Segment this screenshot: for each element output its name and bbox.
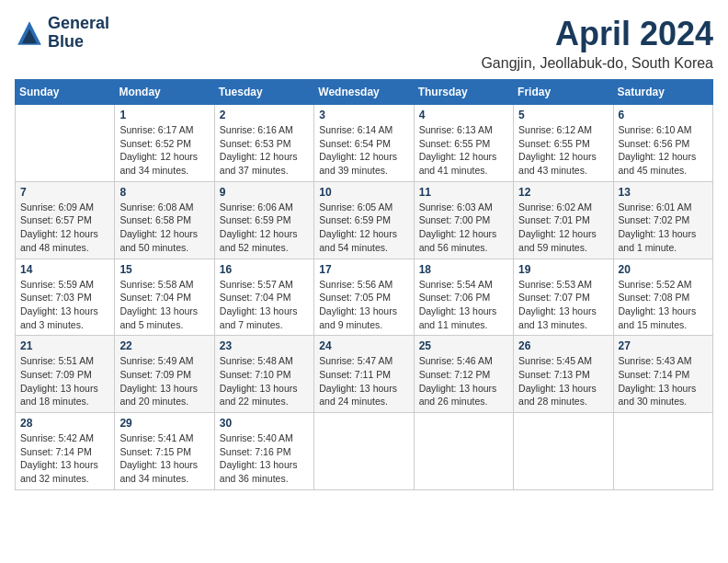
calendar-cell: 13Sunrise: 6:01 AM Sunset: 7:02 PM Dayli…	[613, 181, 712, 259]
calendar-cell: 9Sunrise: 6:06 AM Sunset: 6:59 PM Daylig…	[214, 181, 313, 259]
calendar-cell: 6Sunrise: 6:10 AM Sunset: 6:56 PM Daylig…	[613, 105, 712, 182]
calendar-cell: 8Sunrise: 6:08 AM Sunset: 6:58 PM Daylig…	[115, 181, 214, 259]
day-number: 12	[518, 186, 608, 199]
day-number: 3	[319, 109, 408, 121]
day-number: 24	[319, 339, 408, 352]
day-header-sunday: Sunday	[16, 80, 115, 105]
calendar-cell: 4Sunrise: 6:13 AM Sunset: 6:55 PM Daylig…	[414, 105, 513, 182]
day-info: Sunrise: 5:46 AM Sunset: 7:12 PM Dayligh…	[419, 354, 508, 408]
calendar-cell: 26Sunrise: 5:45 AM Sunset: 7:13 PM Dayli…	[514, 336, 613, 413]
calendar-cell: 10Sunrise: 6:05 AM Sunset: 6:59 PM Dayli…	[314, 181, 414, 259]
calendar-cell: 5Sunrise: 6:12 AM Sunset: 6:55 PM Daylig…	[514, 105, 613, 182]
day-info: Sunrise: 5:51 AM Sunset: 7:09 PM Dayligh…	[20, 354, 109, 408]
calendar-cell: 20Sunrise: 5:52 AM Sunset: 7:08 PM Dayli…	[613, 259, 712, 336]
calendar-cell: 14Sunrise: 5:59 AM Sunset: 7:03 PM Dayli…	[16, 259, 115, 336]
calendar-week-4: 21Sunrise: 5:51 AM Sunset: 7:09 PM Dayli…	[16, 336, 713, 413]
calendar-cell: 29Sunrise: 5:41 AM Sunset: 7:15 PM Dayli…	[115, 413, 214, 490]
day-header-tuesday: Tuesday	[214, 80, 313, 105]
day-info: Sunrise: 5:54 AM Sunset: 7:06 PM Dayligh…	[419, 278, 508, 332]
day-info: Sunrise: 5:40 AM Sunset: 7:16 PM Dayligh…	[220, 431, 309, 486]
day-header-saturday: Saturday	[613, 80, 712, 105]
day-number: 18	[419, 263, 508, 276]
calendar-header: SundayMondayTuesdayWednesdayThursdayFrid…	[16, 80, 713, 105]
day-number: 2	[220, 109, 309, 121]
day-info: Sunrise: 5:49 AM Sunset: 7:09 PM Dayligh…	[119, 354, 209, 408]
day-number: 27	[619, 339, 708, 352]
calendar-cell: 18Sunrise: 5:54 AM Sunset: 7:06 PM Dayli…	[414, 259, 513, 336]
day-info: Sunrise: 6:08 AM Sunset: 6:58 PM Dayligh…	[119, 201, 209, 255]
calendar-table: SundayMondayTuesdayWednesdayThursdayFrid…	[15, 79, 713, 490]
day-header-row: SundayMondayTuesdayWednesdayThursdayFrid…	[16, 80, 713, 105]
day-number: 30	[220, 417, 309, 430]
calendar-cell: 27Sunrise: 5:43 AM Sunset: 7:14 PM Dayli…	[613, 336, 712, 413]
calendar-cell: 19Sunrise: 5:53 AM Sunset: 7:07 PM Dayli…	[514, 259, 613, 336]
calendar-cell: 16Sunrise: 5:57 AM Sunset: 7:04 PM Dayli…	[214, 259, 313, 336]
day-info: Sunrise: 6:01 AM Sunset: 7:02 PM Dayligh…	[619, 201, 708, 255]
day-info: Sunrise: 5:53 AM Sunset: 7:07 PM Dayligh…	[518, 278, 608, 332]
calendar-cell: 11Sunrise: 6:03 AM Sunset: 7:00 PM Dayli…	[414, 181, 513, 259]
calendar-cell	[314, 413, 414, 490]
logo-icon	[15, 18, 44, 48]
day-info: Sunrise: 5:56 AM Sunset: 7:05 PM Dayligh…	[319, 278, 408, 332]
calendar-cell: 25Sunrise: 5:46 AM Sunset: 7:12 PM Dayli…	[414, 336, 513, 413]
day-info: Sunrise: 5:41 AM Sunset: 7:15 PM Dayligh…	[119, 431, 209, 486]
logo-text: General Blue	[48, 15, 109, 52]
day-info: Sunrise: 6:14 AM Sunset: 6:54 PM Dayligh…	[319, 123, 408, 178]
page-header: General Blue April 2024 Gangjin, Jeollab…	[15, 15, 713, 72]
day-info: Sunrise: 5:48 AM Sunset: 7:10 PM Dayligh…	[220, 354, 309, 408]
day-info: Sunrise: 5:45 AM Sunset: 7:13 PM Dayligh…	[518, 354, 608, 408]
calendar-cell	[514, 413, 613, 490]
day-info: Sunrise: 5:59 AM Sunset: 7:03 PM Dayligh…	[20, 278, 109, 332]
calendar-cell: 21Sunrise: 5:51 AM Sunset: 7:09 PM Dayli…	[16, 336, 115, 413]
calendar-cell: 17Sunrise: 5:56 AM Sunset: 7:05 PM Dayli…	[314, 259, 414, 336]
day-number: 4	[419, 109, 508, 121]
calendar-cell: 12Sunrise: 6:02 AM Sunset: 7:01 PM Dayli…	[514, 181, 613, 259]
title-block: April 2024 Gangjin, Jeollabuk-do, South …	[481, 15, 713, 72]
calendar-cell: 22Sunrise: 5:49 AM Sunset: 7:09 PM Dayli…	[115, 336, 214, 413]
calendar-week-1: 1Sunrise: 6:17 AM Sunset: 6:52 PM Daylig…	[16, 105, 713, 182]
day-number: 8	[119, 186, 209, 199]
day-header-monday: Monday	[115, 80, 214, 105]
calendar-cell: 2Sunrise: 6:16 AM Sunset: 6:53 PM Daylig…	[214, 105, 313, 182]
day-info: Sunrise: 6:13 AM Sunset: 6:55 PM Dayligh…	[419, 123, 508, 178]
day-info: Sunrise: 5:58 AM Sunset: 7:04 PM Dayligh…	[119, 278, 209, 332]
day-number: 5	[518, 109, 608, 121]
day-header-friday: Friday	[514, 80, 613, 105]
day-number: 15	[119, 263, 209, 276]
calendar-cell: 15Sunrise: 5:58 AM Sunset: 7:04 PM Dayli…	[115, 259, 214, 336]
logo: General Blue	[15, 15, 109, 52]
calendar-cell	[16, 105, 115, 182]
day-info: Sunrise: 6:05 AM Sunset: 6:59 PM Dayligh…	[319, 201, 408, 255]
day-number: 29	[119, 417, 209, 430]
day-number: 1	[119, 109, 209, 121]
day-info: Sunrise: 5:52 AM Sunset: 7:08 PM Dayligh…	[619, 278, 708, 332]
day-info: Sunrise: 6:06 AM Sunset: 6:59 PM Dayligh…	[220, 201, 309, 255]
day-info: Sunrise: 5:47 AM Sunset: 7:11 PM Dayligh…	[319, 354, 408, 408]
day-number: 17	[319, 263, 408, 276]
day-number: 11	[419, 186, 508, 199]
day-info: Sunrise: 6:17 AM Sunset: 6:52 PM Dayligh…	[119, 123, 209, 178]
day-number: 28	[20, 417, 109, 430]
day-info: Sunrise: 6:02 AM Sunset: 7:01 PM Dayligh…	[518, 201, 608, 255]
day-info: Sunrise: 6:12 AM Sunset: 6:55 PM Dayligh…	[518, 123, 608, 178]
calendar-week-2: 7Sunrise: 6:09 AM Sunset: 6:57 PM Daylig…	[16, 181, 713, 259]
day-number: 21	[20, 339, 109, 352]
day-number: 19	[518, 263, 608, 276]
calendar-week-3: 14Sunrise: 5:59 AM Sunset: 7:03 PM Dayli…	[16, 259, 713, 336]
day-number: 26	[518, 339, 608, 352]
day-number: 6	[619, 109, 708, 121]
day-info: Sunrise: 5:42 AM Sunset: 7:14 PM Dayligh…	[20, 431, 109, 486]
location: Gangjin, Jeollabuk-do, South Korea	[481, 55, 713, 72]
calendar-week-5: 28Sunrise: 5:42 AM Sunset: 7:14 PM Dayli…	[16, 413, 713, 490]
day-info: Sunrise: 5:57 AM Sunset: 7:04 PM Dayligh…	[220, 278, 309, 332]
calendar-cell: 7Sunrise: 6:09 AM Sunset: 6:57 PM Daylig…	[16, 181, 115, 259]
day-number: 23	[220, 339, 309, 352]
calendar-cell: 28Sunrise: 5:42 AM Sunset: 7:14 PM Dayli…	[16, 413, 115, 490]
day-number: 14	[20, 263, 109, 276]
day-header-wednesday: Wednesday	[314, 80, 414, 105]
calendar-cell: 1Sunrise: 6:17 AM Sunset: 6:52 PM Daylig…	[115, 105, 214, 182]
day-number: 13	[619, 186, 708, 199]
calendar-cell: 3Sunrise: 6:14 AM Sunset: 6:54 PM Daylig…	[314, 105, 414, 182]
day-number: 9	[220, 186, 309, 199]
day-number: 16	[220, 263, 309, 276]
